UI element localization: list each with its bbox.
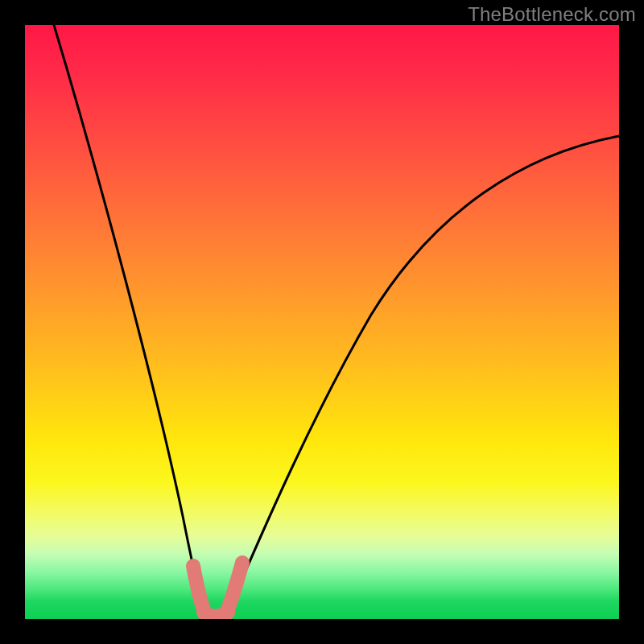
bottleneck-curve (54, 25, 619, 617)
highlight-min (193, 563, 242, 617)
plot-area (25, 25, 619, 619)
chart-frame: TheBottleneck.com (0, 0, 644, 644)
curve-layer (25, 25, 619, 619)
watermark-text: TheBottleneck.com (468, 3, 636, 26)
